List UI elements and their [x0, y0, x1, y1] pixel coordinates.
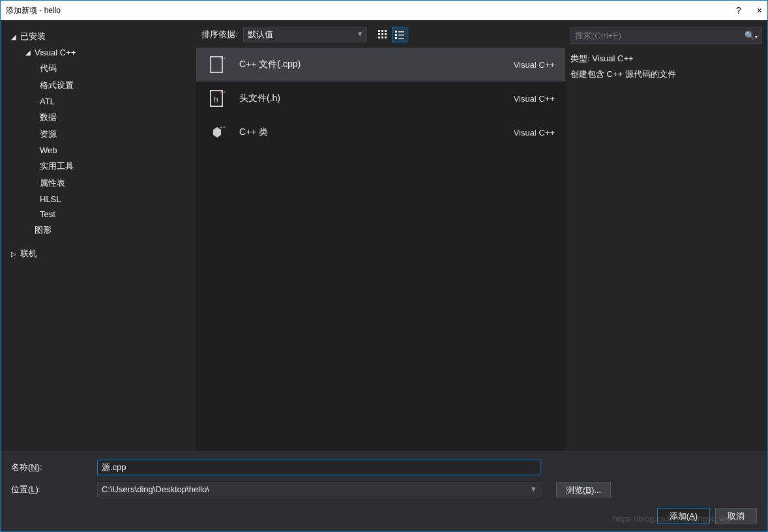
template-lang: Visual C++ [514, 60, 555, 70]
search-input[interactable] [575, 31, 745, 40]
description: 创建包含 C++ 源代码的文件 [570, 68, 762, 80]
svg-text:++: ++ [220, 125, 226, 130]
tree-utility[interactable]: 实用工具 [3, 158, 191, 175]
help-button[interactable]: ? [736, 5, 741, 16]
svg-rect-7 [381, 37, 383, 38]
svg-rect-8 [385, 37, 387, 38]
template-cpp-file[interactable]: ++ C++ 文件(.cpp) Visual C++ [196, 48, 565, 81]
template-name: C++ 类 [239, 126, 514, 138]
location-label: 位置(L): [11, 484, 97, 495]
name-label: 名称(N): [11, 462, 97, 473]
template-lang: Visual C++ [514, 94, 555, 104]
tree-web[interactable]: Web [3, 143, 191, 158]
svg-rect-10 [398, 31, 404, 33]
template-lang: Visual C++ [514, 128, 555, 138]
tree-resource[interactable]: 资源 [3, 126, 191, 143]
sort-dropdown[interactable]: 默认值 [243, 27, 367, 42]
view-grid-button[interactable] [375, 27, 391, 42]
svg-rect-1 [381, 30, 383, 32]
svg-text:h: h [214, 95, 218, 104]
chevron-right-icon: ▷ [11, 250, 18, 258]
bottom-form: 名称(N): 位置(L): C:\Users\ding\Desktop\hell… [1, 451, 767, 530]
type-label: 类型: [570, 53, 590, 63]
tree-hlsl[interactable]: HLSL [3, 192, 191, 207]
view-list-button[interactable] [392, 27, 407, 42]
tree-graphics[interactable]: 图形 [3, 222, 191, 239]
chevron-down-icon: ◢ [25, 49, 32, 56]
search-box[interactable]: 🔍▾ [570, 27, 762, 44]
svg-rect-4 [381, 33, 383, 35]
cpp-class-icon: ++ [207, 122, 228, 143]
tree-online[interactable]: ▷ 联机 [3, 245, 191, 262]
template-header-file[interactable]: h++ 头文件(.h) Visual C++ [196, 81, 565, 115]
tree-atl[interactable]: ATL [3, 94, 191, 109]
close-button[interactable]: × [757, 5, 762, 16]
tree-test[interactable]: Test [3, 207, 191, 222]
tree-installed[interactable]: ◢ 已安装 [3, 28, 191, 45]
svg-rect-6 [378, 37, 380, 38]
sort-label: 排序依据: [201, 29, 238, 40]
svg-rect-5 [385, 33, 387, 35]
name-input[interactable] [97, 460, 540, 475]
tree-label: 已安装 [20, 31, 46, 42]
category-sidebar: ◢ 已安装 ◢ Visual C++ 代码 格式设置 ATL 数据 资源 Web… [1, 20, 196, 451]
svg-rect-9 [395, 31, 397, 33]
search-icon[interactable]: 🔍▾ [745, 31, 758, 40]
header-file-icon: h++ [207, 88, 228, 109]
location-input[interactable]: C:\Users\ding\Desktop\hello\ [97, 482, 540, 497]
add-button[interactable]: 添加(A) [657, 508, 710, 524]
tree-propsheet[interactable]: 属性表 [3, 175, 191, 192]
svg-text:++: ++ [220, 89, 226, 95]
svg-rect-0 [378, 30, 380, 32]
tree-label: Visual C++ [35, 48, 76, 57]
svg-rect-14 [398, 38, 404, 39]
type-line: 类型: Visual C++ [570, 53, 762, 65]
list-icon [395, 30, 404, 39]
svg-rect-3 [378, 33, 380, 35]
svg-rect-11 [395, 34, 397, 36]
template-name: C++ 文件(.cpp) [239, 59, 514, 70]
tree-label: 图形 [35, 224, 52, 236]
svg-rect-13 [395, 37, 397, 39]
chevron-down-icon: ◢ [11, 33, 18, 40]
template-list: ++ C++ 文件(.cpp) Visual C++ h++ 头文件(.h) V… [196, 48, 565, 451]
tree-label: 联机 [20, 248, 37, 259]
svg-rect-2 [385, 30, 387, 32]
tree-visual-cpp[interactable]: ◢ Visual C++ [3, 45, 191, 60]
tree-format[interactable]: 格式设置 [3, 77, 191, 94]
svg-text:++: ++ [220, 55, 226, 61]
browse-button[interactable]: 浏览(B)... [556, 482, 611, 497]
template-header: 排序依据: 默认值 [196, 20, 565, 48]
titlebar: 添加新项 - hello ? × [1, 1, 767, 20]
details-pane: 🔍▾ 类型: Visual C++ 创建包含 C++ 源代码的文件 [565, 20, 767, 451]
cancel-button[interactable]: 取消 [715, 508, 757, 524]
grid-icon [378, 30, 387, 39]
window-title: 添加新项 - hello [6, 5, 736, 16]
template-name: 头文件(.h) [239, 93, 514, 104]
svg-rect-12 [398, 35, 404, 36]
tree-code[interactable]: 代码 [3, 60, 191, 77]
cpp-file-icon: ++ [207, 54, 228, 75]
type-value: Visual C++ [592, 53, 633, 63]
template-cpp-class[interactable]: ++ C++ 类 Visual C++ [196, 115, 565, 149]
tree-data[interactable]: 数据 [3, 109, 191, 126]
